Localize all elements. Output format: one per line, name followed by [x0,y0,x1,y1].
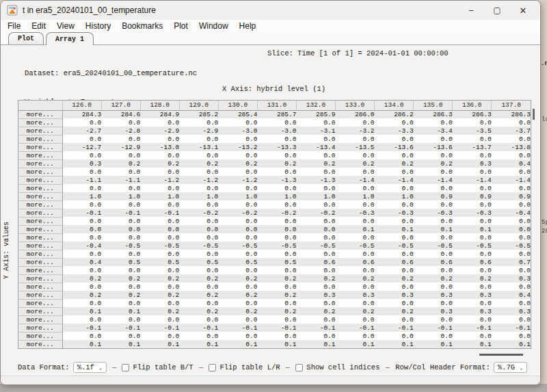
cell[interactable]: 0.0 [414,200,453,209]
cell[interactable]: 0.0 [62,233,101,241]
cell[interactable]: 0.0 [101,151,140,159]
cell[interactable]: -0.1 [179,324,218,332]
cell[interactable]: 0.0 [62,184,101,192]
cell[interactable]: 0.0 [453,184,492,192]
cell[interactable]: 0.2 [62,274,101,283]
cell[interactable]: 0.0 [296,118,335,127]
cell[interactable]: 0.1 [336,225,375,233]
cell[interactable]: 0.0 [140,233,179,241]
cell[interactable]: 0.0 [257,151,296,159]
cell[interactable]: -2.7 [62,127,101,135]
cell[interactable]: 0.0 [414,315,453,324]
cell[interactable]: 0.0 [101,118,140,127]
cell[interactable]: 0.1 [101,340,140,348]
cell[interactable]: -0.1 [140,324,179,332]
cell[interactable]: 0.0 [257,118,296,127]
cell[interactable]: 0.0 [62,315,101,324]
cell[interactable]: 0.0 [336,266,375,274]
cell[interactable]: -13.0 [140,143,179,151]
cell[interactable]: 1.0 [257,192,296,200]
cell[interactable]: -1.3 [296,176,335,184]
cell[interactable]: -2.9 [179,127,218,135]
cell[interactable]: -0.3 [453,209,492,217]
cell[interactable]: -0.1 [62,209,101,217]
cell[interactable]: 0.2 [414,274,453,283]
row-header-more[interactable]: more... [18,135,62,143]
cell[interactable]: 0.2 [375,307,414,315]
cell[interactable]: 0.0 [414,168,453,176]
cell[interactable]: 0.1 [375,225,414,233]
cell[interactable]: 0.2 [218,159,257,168]
row-header-more[interactable]: more... [18,274,62,283]
cell[interactable]: 0.0 [375,151,414,159]
cell[interactable]: 1.0 [140,192,179,200]
cell[interactable]: 0.9 [453,192,492,200]
cell[interactable]: 0.2 [257,274,296,283]
cell[interactable]: 0.3 [296,291,335,299]
cell[interactable]: 0.5 [218,258,257,266]
cell[interactable]: 0.2 [336,159,375,168]
menu-item-edit[interactable]: Edit [26,21,51,31]
cell[interactable]: 0.0 [140,225,179,233]
cell[interactable]: 0.0 [257,332,296,340]
cell[interactable]: 0.3 [492,274,531,283]
cell[interactable]: 0.2 [375,274,414,283]
cell[interactable]: 0.0 [218,283,257,291]
cell[interactable]: 0.0 [257,225,296,233]
cell[interactable]: 0.0 [336,217,375,225]
cell[interactable]: 0.0 [218,184,257,192]
cell[interactable]: 0.0 [179,332,218,340]
cell[interactable]: 0.3 [375,291,414,299]
cell[interactable]: -0.1 [101,324,140,332]
cell[interactable]: 284.9 [140,110,179,118]
cell[interactable]: 0.0 [218,233,257,241]
cell[interactable]: 1.0 [62,192,101,200]
cell[interactable]: 0.0 [101,217,140,225]
cell[interactable]: -0.3 [414,209,453,217]
cell[interactable]: 0.0 [179,315,218,324]
cell[interactable]: 0.2 [414,159,453,168]
cell[interactable]: 0.0 [101,299,140,307]
cell[interactable]: 0.0 [218,332,257,340]
cell[interactable]: 0.1 [414,340,453,348]
cell[interactable]: -1.4 [414,176,453,184]
cell[interactable]: 0.0 [62,168,101,176]
cell[interactable]: -0.1 [218,324,257,332]
cell[interactable]: 0.0 [218,151,257,159]
cell[interactable]: 0.0 [414,233,453,241]
cell[interactable]: -0.1 [257,324,296,332]
cell[interactable]: 0.0 [140,299,179,307]
cell[interactable]: 0.0 [101,332,140,340]
cell[interactable]: -1.2 [218,176,257,184]
cell[interactable]: 1.0 [218,192,257,200]
flip-table-bt-checkbox[interactable] [122,364,129,371]
row-header-more[interactable]: more... [18,233,62,241]
cell[interactable]: 0.0 [101,266,140,274]
cell[interactable]: 0.0 [414,118,453,127]
cell[interactable]: 0.2 [140,159,179,168]
menu-item-view[interactable]: View [51,21,80,31]
cell[interactable]: 0.0 [62,118,101,127]
cell[interactable]: 0.2 [140,307,179,315]
cell[interactable]: -2.9 [140,127,179,135]
row-header-more[interactable]: more... [18,143,62,151]
row-header-more[interactable]: more... [18,324,62,332]
menu-item-plot[interactable]: Plot [168,21,194,31]
cell[interactable]: -0.5 [414,241,453,250]
title-bar[interactable]: t in era5_20240101_00_temperature – ▢ ✕ [1,1,540,20]
cell[interactable]: 0.0 [179,250,218,258]
cell[interactable]: 0.0 [179,233,218,241]
cell[interactable]: 0.0 [296,332,335,340]
cell[interactable]: -0.3 [375,209,414,217]
cell[interactable]: 0.0 [336,118,375,127]
cell[interactable]: 0.3 [414,307,453,315]
cell[interactable]: 0.0 [218,225,257,233]
row-header-more[interactable]: more... [18,340,62,348]
cell[interactable]: 0.0 [257,200,296,209]
cell[interactable]: 284.3 [62,110,101,118]
cell[interactable]: -0.5 [492,241,531,250]
cell[interactable]: 0.0 [375,299,414,307]
cell[interactable]: 0.0 [296,151,335,159]
cell[interactable]: 0.4 [492,291,531,299]
cell[interactable]: 0.0 [62,266,101,274]
